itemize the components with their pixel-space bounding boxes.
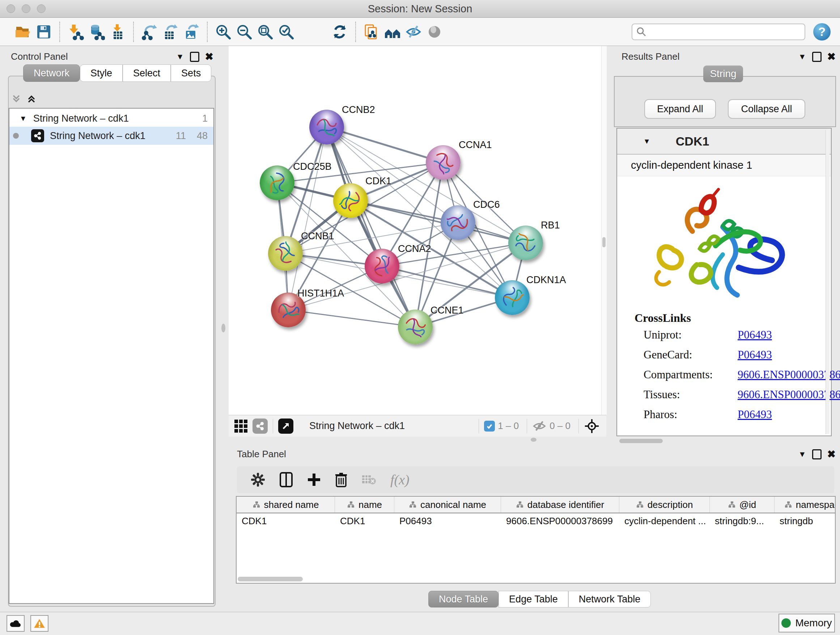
toolbar-separator <box>355 22 356 42</box>
apply-layout-button[interactable] <box>329 21 350 43</box>
network-node-cdc25b[interactable] <box>260 165 294 200</box>
crosslink-pharos[interactable]: P06493 <box>737 408 772 421</box>
toolbar-separator <box>207 22 208 42</box>
import-table-button[interactable] <box>107 21 128 43</box>
add-column-icon[interactable] <box>307 473 321 486</box>
export-network-button[interactable] <box>139 21 160 43</box>
network-node-rb1[interactable] <box>508 226 543 260</box>
table-panel-float-icon[interactable] <box>812 449 821 459</box>
tab-edge-table[interactable]: Edge Table <box>499 591 568 608</box>
table-gear-icon[interactable] <box>251 472 265 487</box>
save-session-button[interactable] <box>33 21 54 43</box>
warnings-button[interactable] <box>30 615 49 632</box>
tab-select[interactable]: Select <box>123 65 171 82</box>
node-table[interactable]: shared name name canonical name database… <box>236 496 836 584</box>
tab-network[interactable]: Network <box>23 65 80 82</box>
network-node-cdc6[interactable] <box>441 205 475 240</box>
network-node-ccna2[interactable] <box>365 249 399 283</box>
tab-sets[interactable]: Sets <box>171 65 211 82</box>
houses-icon <box>384 24 401 40</box>
vertical-splitter-handle[interactable] <box>221 324 225 333</box>
results-panel-float-icon[interactable] <box>812 52 821 62</box>
crosslink-uniprot[interactable]: P06493 <box>737 328 772 341</box>
table-panel-title: Table Panel <box>237 448 286 460</box>
control-panel-title: Control Panel <box>11 51 68 62</box>
control-panel-close-icon[interactable]: ✖ <box>205 51 213 63</box>
hide-glass-button[interactable] <box>403 21 424 43</box>
network-canvas[interactable]: CCNB2CCNA1CDC25BCDK1CDC6RB1CCNB1CCNA2CDK… <box>229 46 601 415</box>
memory-button[interactable]: Memory <box>778 614 835 632</box>
export-table-button[interactable] <box>160 21 181 43</box>
collapse-all-icon[interactable] <box>11 93 22 104</box>
crosslink-tissues[interactable]: 9606.ENSP00000378699 <box>737 388 840 401</box>
collapse-all-button[interactable]: Collapse All <box>728 99 805 119</box>
results-scrollbar[interactable] <box>826 130 829 434</box>
grid-view-icon[interactable] <box>234 420 248 432</box>
tab-network-table[interactable]: Network Table <box>568 591 651 608</box>
string-import-button[interactable] <box>361 21 382 43</box>
zoom-out-button[interactable] <box>234 21 255 43</box>
refresh-icon <box>332 24 348 40</box>
zoom-in-button[interactable] <box>213 21 234 43</box>
network-node-ccnb1[interactable] <box>268 236 303 271</box>
import-network-button[interactable] <box>65 21 86 43</box>
network-node-ccne1[interactable] <box>398 310 433 344</box>
delete-column-icon[interactable] <box>335 472 347 487</box>
cloud-button[interactable] <box>6 615 25 632</box>
export-image-button[interactable] <box>181 21 202 43</box>
hidden-eye-icon[interactable] <box>532 420 546 432</box>
network-node-cdkn1a[interactable] <box>495 280 530 315</box>
network-node-ccna1[interactable] <box>426 145 461 180</box>
tab-string[interactable]: String <box>703 65 743 82</box>
edge-count: 48 <box>197 130 208 141</box>
column-header: name <box>335 497 394 513</box>
table-panel-collapse-icon[interactable]: ▼ <box>798 450 806 459</box>
search-icon <box>636 27 647 37</box>
results-panel-collapse-icon[interactable]: ▼ <box>798 52 806 62</box>
selected-count: 1 – 0 <box>498 420 519 432</box>
selected-checkbox[interactable] <box>484 421 495 432</box>
zoom-fit-button[interactable] <box>255 21 276 43</box>
control-panel-collapse-icon[interactable]: ▼ <box>176 52 184 62</box>
table-panel-close-icon[interactable]: ✖ <box>827 448 836 460</box>
tab-style[interactable]: Style <box>80 65 123 82</box>
birdseye-view-icon[interactable] <box>278 418 294 434</box>
fit-content-icon[interactable] <box>584 418 600 434</box>
crosslink-compartments[interactable]: 9606.ENSP00000378699 <box>737 368 840 381</box>
delete-table-icon[interactable] <box>362 474 377 486</box>
tree-caret-icon[interactable]: ▼ <box>19 114 27 123</box>
show-columns-icon[interactable] <box>279 472 294 488</box>
node-label-ccna1: CCNA1 <box>459 139 492 150</box>
network-node-cdk1[interactable] <box>333 183 368 218</box>
control-panel-float-icon[interactable] <box>190 52 199 62</box>
open-session-button[interactable] <box>12 21 33 43</box>
cytoscape-window: Session: New Session <box>0 0 840 635</box>
network-collection-row[interactable]: ▼ String Network – cdk1 1 <box>9 109 213 127</box>
results-hscroll-thumb[interactable] <box>619 439 663 443</box>
expand-all-button[interactable]: Expand All <box>644 99 716 119</box>
expand-all-icon[interactable] <box>26 93 37 104</box>
gene-header[interactable]: ▼ CDK1 <box>617 128 831 155</box>
open-folder-icon <box>14 24 32 40</box>
results-panel-close-icon[interactable]: ✖ <box>827 51 836 63</box>
homology-button[interactable] <box>382 21 403 43</box>
title-bar: Session: New Session <box>0 0 840 18</box>
import-network-from-database-button[interactable] <box>86 21 107 43</box>
network-row-selected[interactable]: String Network – cdk1 11 48 <box>9 127 213 145</box>
search-input[interactable] <box>647 26 800 38</box>
collection-name: String Network – cdk1 <box>33 113 129 124</box>
crosslink-label: Uniprot: <box>644 328 711 341</box>
function-builder-icon[interactable]: f(x) <box>390 472 409 488</box>
network-node-ccnb2[interactable] <box>309 110 344 144</box>
canvas-scrollbar[interactable] <box>601 46 607 415</box>
zoom-selected-button[interactable] <box>276 21 297 43</box>
string-badge-icon[interactable] <box>253 418 268 434</box>
table-row[interactable]: CDK1 CDK1 P06493 9606.ENSP00000378699 cy… <box>237 513 835 529</box>
horizontal-splitter-handle[interactable] <box>531 438 537 442</box>
crosslink-genecard[interactable]: P06493 <box>737 348 772 361</box>
tab-node-table[interactable]: Node Table <box>428 591 499 608</box>
table-hscroll-thumb[interactable] <box>238 577 303 581</box>
show-glass-button[interactable] <box>424 21 445 43</box>
gene-caret-icon[interactable]: ▼ <box>643 137 651 146</box>
help-button[interactable]: ? <box>813 23 831 41</box>
